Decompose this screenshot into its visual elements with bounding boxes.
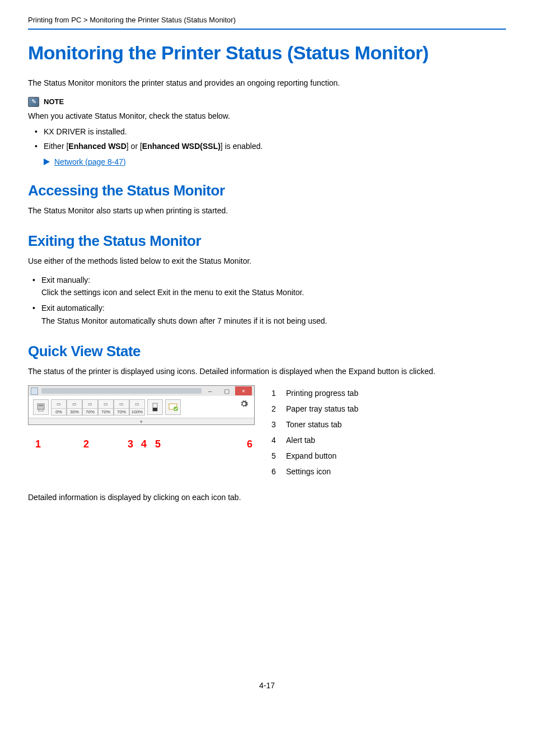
toner-status-tab[interactable]: [147, 399, 163, 415]
exit-item-desc: The Status Monitor automatically shuts d…: [41, 315, 506, 327]
tray: ▭70%: [98, 399, 114, 416]
note-item: Either [Enhanced WSD] or [Enhanced WSD(S…: [35, 139, 506, 154]
page-title: Monitoring the Printer Status (Status Mo…: [28, 41, 506, 65]
tray: ▭70%: [82, 399, 98, 416]
legend-item: 4Alert tab: [271, 432, 358, 448]
exit-list: Exit manually: Click the settings icon a…: [28, 274, 506, 328]
access-body: The Status Monitor also starts up when p…: [28, 205, 506, 217]
settings-button[interactable]: [240, 399, 250, 409]
tray: ▭100%: [129, 399, 145, 416]
legend-item: 2Paper tray status tab: [271, 401, 358, 417]
callout-6: 6: [247, 438, 252, 450]
printer-icon: [36, 402, 46, 412]
alert-icon: [168, 403, 178, 412]
callout-5: 5: [155, 438, 161, 450]
note-item: KX DRIVER is installed.: [35, 124, 506, 139]
status-monitor-figure: – ▢ × ▭0% ▭30% ▭70% ▭70% ▭70% ▭100%: [28, 385, 255, 445]
legend-item: 5Expand button: [271, 448, 358, 464]
qv-footer: Detailed information is displayed by cli…: [28, 493, 506, 502]
arrow-right-icon: [44, 158, 50, 165]
toner-icon: [151, 402, 159, 412]
heading-exiting: Exiting the Status Monitor: [28, 232, 506, 250]
paper-tray-status-tab[interactable]: ▭0% ▭30% ▭70% ▭70% ▭70% ▭100%: [51, 399, 145, 416]
note-label: NOTE: [44, 97, 64, 106]
note-icon: ✎: [28, 97, 39, 107]
network-link[interactable]: Network (page 8-47): [54, 157, 126, 166]
note-body: When you activate Status Monitor, check …: [28, 110, 506, 122]
alert-tab[interactable]: [165, 399, 181, 415]
svg-rect-4: [153, 408, 157, 411]
exit-item: Exit manually: Click the settings icon a…: [29, 274, 506, 299]
exit-body: Use either of the methods listed below t…: [28, 255, 506, 267]
sm-app-icon: [31, 388, 38, 395]
status-monitor-window: – ▢ × ▭0% ▭30% ▭70% ▭70% ▭70% ▭100%: [28, 385, 255, 425]
tray: ▭70%: [114, 399, 129, 416]
xref-row: Network (page 8-47): [28, 157, 506, 166]
minimize-icon[interactable]: –: [202, 386, 218, 395]
legend-list: 1Printing progress tab 2Paper tray statu…: [271, 385, 358, 479]
heading-accessing: Accessing the Status Monitor: [28, 182, 506, 199]
tray: ▭30%: [67, 399, 82, 416]
tray: ▭0%: [51, 399, 67, 416]
breadcrumb: Printing from PC > Monitoring the Printe…: [28, 16, 506, 30]
exit-item-head: Exit automatically:: [41, 304, 105, 312]
legend-item: 6Settings icon: [271, 464, 358, 479]
maximize-icon[interactable]: ▢: [218, 386, 235, 395]
exit-item-desc: Click the settings icon and select Exit …: [41, 286, 506, 298]
callout-numbers: 1 2 3 4 5 6: [28, 425, 255, 445]
callout-2: 2: [83, 438, 89, 450]
svg-rect-1: [39, 405, 43, 406]
sm-titlebar: – ▢ ×: [29, 386, 254, 396]
callout-3: 3: [128, 438, 133, 450]
qv-body: The status of the printer is displayed u…: [28, 366, 506, 377]
sm-title-text: [41, 388, 202, 394]
callout-4: 4: [141, 438, 147, 450]
close-icon[interactable]: ×: [235, 386, 252, 395]
page-number: 4-17: [28, 681, 506, 690]
svg-point-6: [174, 407, 178, 411]
note-bullets: KX DRIVER is installed. Either [Enhanced…: [28, 124, 506, 154]
exit-item: Exit automatically: The Status Monitor a…: [29, 302, 506, 327]
svg-rect-2: [39, 409, 43, 411]
legend-item: 1Printing progress tab: [271, 385, 358, 401]
legend-item: 3Toner status tab: [271, 417, 358, 432]
printing-progress-tab[interactable]: [33, 399, 49, 415]
exit-item-head: Exit manually:: [41, 276, 90, 284]
intro-text: The Status Monitor monitors the printer …: [28, 77, 506, 89]
note-header: ✎ NOTE: [28, 97, 506, 107]
svg-rect-0: [38, 404, 44, 409]
gear-icon: [240, 399, 249, 408]
heading-quickview: Quick View State: [28, 343, 506, 360]
expand-button[interactable]: ▾: [29, 418, 254, 424]
callout-1: 1: [35, 438, 41, 450]
